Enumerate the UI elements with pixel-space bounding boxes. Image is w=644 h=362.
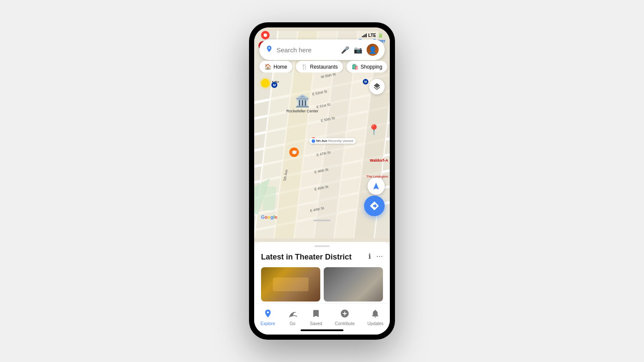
red-pin-icon: 📍 (368, 124, 380, 136)
pill-restaurants[interactable]: 🍴 Restaurants (296, 61, 343, 72)
photo-thumbnail-2[interactable] (324, 267, 383, 302)
search-icons: 🎤 📷 👤 (341, 44, 379, 56)
location-button[interactable] (368, 178, 385, 195)
restaurant-icon: 🍴 (301, 63, 308, 70)
nav-contribute-label: Contribute (335, 321, 355, 326)
sheet-header-icons: ℹ ⋯ (368, 252, 383, 260)
directions-button[interactable] (364, 196, 385, 216)
photos-row (261, 267, 383, 302)
battery-icon: 🔋 (378, 33, 383, 38)
sun-icon (261, 79, 270, 87)
search-input[interactable]: Search here (276, 46, 337, 54)
shopping-icon: 🛍️ (352, 63, 358, 70)
nav-go[interactable]: Go (284, 307, 301, 328)
fifth-ave-label: 5th Ave (316, 139, 328, 143)
recently-badge-dot (312, 139, 315, 143)
signal-bar-1 (362, 36, 363, 37)
recording-indicator (261, 31, 270, 39)
google-maps-logo (265, 45, 273, 54)
layers-button[interactable] (369, 79, 385, 94)
contribute-icon (340, 309, 349, 320)
network-type: LTE (368, 33, 376, 38)
subway-badge-m: M (271, 82, 277, 88)
drag-handle (313, 220, 331, 221)
search-bar[interactable]: Search here 🎤 📷 👤 (259, 39, 385, 60)
google-logo: Google (261, 214, 277, 220)
microphone-icon[interactable]: 🎤 (341, 46, 349, 54)
nav-saved[interactable]: Saved (307, 307, 325, 328)
bottom-sheet: Latest in Theater District ℹ ⋯ (254, 242, 390, 303)
phone-screen: LTE 🔋 Trump Tower Ocean Prime ⭐ top rate… (254, 27, 390, 335)
nav-go-label: Go (290, 321, 295, 326)
rockefeller-icon: 🏛️ (286, 94, 319, 108)
saved-icon (311, 309, 321, 320)
sheet-handle (314, 245, 330, 247)
more-options-button[interactable]: ⋯ (376, 252, 383, 260)
signal-bars (362, 33, 367, 37)
pill-home[interactable]: 🏠 Home (259, 61, 292, 72)
pill-shopping[interactable]: 🛍️ Shopping (346, 61, 388, 72)
info-button[interactable]: ℹ (368, 252, 371, 260)
signal-bar-2 (363, 35, 364, 37)
svg-rect-24 (262, 187, 276, 211)
phone-device: LTE 🔋 Trump Tower Ocean Prime ⭐ top rate… (249, 22, 395, 340)
waldorf-label: Waldorf-A (370, 158, 388, 163)
map-area[interactable]: LTE 🔋 Trump Tower Ocean Prime ⭐ top rate… (254, 27, 390, 242)
photo-thumbnail-1[interactable] (261, 267, 320, 302)
status-left (261, 31, 270, 39)
rockefeller-label: Rockefeller Center (286, 109, 319, 113)
nav-explore[interactable]: Explore (257, 307, 279, 328)
home-indicator (301, 329, 343, 331)
status-bar: LTE 🔋 (254, 27, 390, 41)
recently-viewed-label: Recently viewed (328, 139, 353, 143)
nav-saved-label: Saved (310, 321, 322, 326)
nav-updates-label: Updates (368, 321, 383, 326)
restaurant-pin: 🍽️ (289, 148, 299, 157)
category-pills: 🏠 Home 🍴 Restaurants 🛍️ Shopping ⬜ (254, 61, 390, 72)
sheet-header: Latest in Theater District ℹ ⋯ (261, 252, 383, 262)
search-bar-container: Search here 🎤 📷 👤 (259, 39, 385, 60)
avatar[interactable]: 👤 (367, 44, 379, 56)
pill-shopping-label: Shopping (361, 64, 383, 70)
pill-home-label: Home (273, 64, 287, 70)
sheet-title: Latest in Theater District (261, 252, 352, 262)
red-pin-1: 📍 (368, 124, 380, 136)
nav-contribute[interactable]: Contribute (331, 307, 358, 328)
camera-icon[interactable]: 📷 (354, 46, 362, 54)
nav-explore-label: Explore (261, 321, 275, 326)
updates-icon (371, 309, 380, 320)
subway-badge-m2: M (363, 79, 368, 84)
signal-bar-3 (365, 34, 365, 37)
home-icon: 🏠 (264, 63, 271, 70)
fifth-ave-pin: 📍 5th Ave Recently viewed (309, 137, 318, 145)
go-icon (288, 309, 297, 320)
nav-updates[interactable]: Updates (364, 307, 387, 328)
signal-bar-4 (366, 33, 367, 37)
pill-restaurants-label: Restaurants (310, 64, 338, 70)
explore-icon (263, 309, 273, 320)
status-right: LTE 🔋 (362, 33, 383, 38)
recently-viewed-badge: 5th Ave Recently viewed (309, 138, 356, 144)
rockefeller-landmark: 🏛️ Rockefeller Center (286, 94, 319, 113)
